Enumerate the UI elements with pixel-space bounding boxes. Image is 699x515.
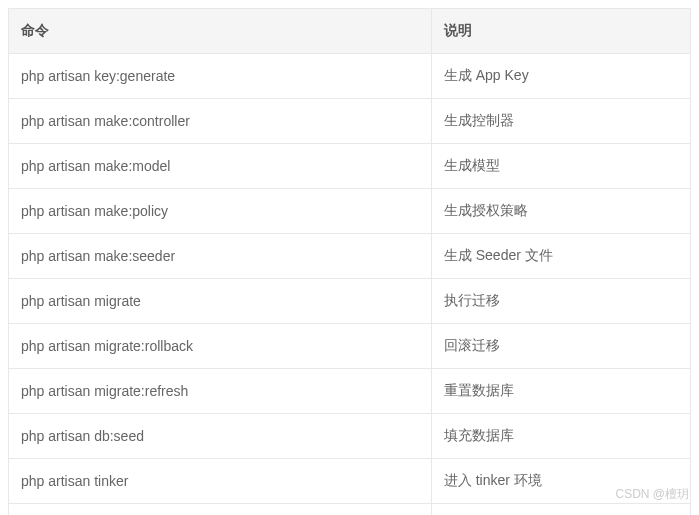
cell-description: 执行迁移: [431, 279, 690, 324]
table-row: php artisan key:generate 生成 App Key: [9, 54, 691, 99]
cell-command: php artisan db:seed: [9, 414, 432, 459]
cell-description: 回滚迁移: [431, 324, 690, 369]
table-row: php artisan migrate:rollback 回滚迁移: [9, 324, 691, 369]
table-row: php artisan db:seed 填充数据库: [9, 414, 691, 459]
cell-description: 生成模型: [431, 144, 690, 189]
cell-command: php artisan make:policy: [9, 189, 432, 234]
table-row: php artisan tinker 进入 tinker 环境: [9, 459, 691, 504]
table-row: php artisan migrate 执行迁移: [9, 279, 691, 324]
commands-table: 命令 说明 php artisan key:generate 生成 App Ke…: [8, 8, 691, 515]
cell-command: php artisan migrate:rollback: [9, 324, 432, 369]
watermark: CSDN @檀玥: [615, 486, 689, 503]
cell-command: php artisan migrate:refresh: [9, 369, 432, 414]
table-row: php artisan route:list 查看路由列表: [9, 504, 691, 516]
cell-description: 生成授权策略: [431, 189, 690, 234]
header-command: 命令: [9, 9, 432, 54]
cell-command: php artisan make:controller: [9, 99, 432, 144]
cell-description: 重置数据库: [431, 369, 690, 414]
cell-description: 生成控制器: [431, 99, 690, 144]
cell-description: 生成 Seeder 文件: [431, 234, 690, 279]
cell-description: 填充数据库: [431, 414, 690, 459]
table-row: php artisan make:controller 生成控制器: [9, 99, 691, 144]
table-row: php artisan make:model 生成模型: [9, 144, 691, 189]
cell-description: 生成 App Key: [431, 54, 690, 99]
cell-command: php artisan make:seeder: [9, 234, 432, 279]
cell-command: php artisan tinker: [9, 459, 432, 504]
cell-command: php artisan route:list: [9, 504, 432, 516]
table-row: php artisan migrate:refresh 重置数据库: [9, 369, 691, 414]
cell-command: php artisan make:model: [9, 144, 432, 189]
table-header-row: 命令 说明: [9, 9, 691, 54]
cell-description: 查看路由列表: [431, 504, 690, 516]
table-row: php artisan make:policy 生成授权策略: [9, 189, 691, 234]
cell-command: php artisan migrate: [9, 279, 432, 324]
cell-command: php artisan key:generate: [9, 54, 432, 99]
table-row: php artisan make:seeder 生成 Seeder 文件: [9, 234, 691, 279]
header-description: 说明: [431, 9, 690, 54]
